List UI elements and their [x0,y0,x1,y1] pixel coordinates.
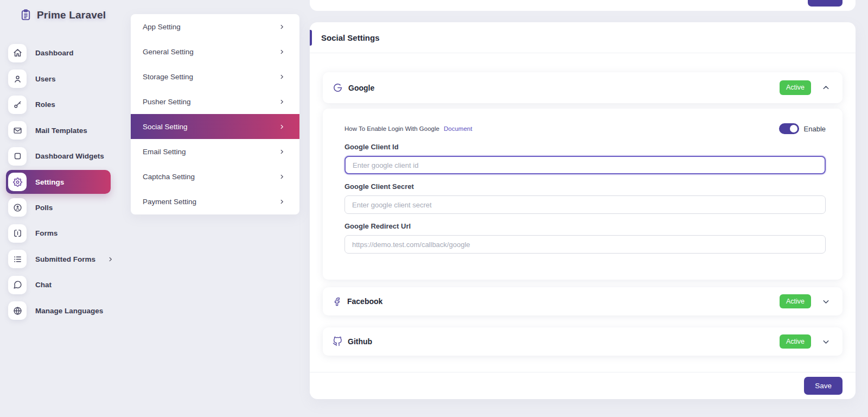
submenu-item-captcha-setting[interactable]: Captcha Setting [131,165,299,189]
google-client-id-label: Google Client Id [344,143,826,151]
brand-name: Prime Laravel [37,9,106,21]
google-client-secret-input[interactable] [344,195,826,214]
google-help-text: How To Enable Login With Google [344,125,439,132]
user-icon [8,70,27,88]
status-badge: Active [780,294,811,309]
list-icon [8,250,27,268]
status-badge: Active [780,334,811,349]
document-link[interactable]: Document [444,125,472,132]
chevron-right-icon [279,49,285,55]
google-client-id-input[interactable] [344,156,826,174]
home-icon [8,44,27,62]
form-footer: Save [310,372,856,399]
sidebar-item-forms[interactable]: Forms [6,220,111,247]
social-settings-card: Social Settings Google Active How To Ena… [310,22,856,399]
settings-submenu: App Setting General Setting Storage Sett… [131,14,299,214]
globe-icon [8,301,27,320]
chevron-right-icon [279,74,285,80]
chevron-right-icon [279,124,285,130]
sidebar-nav: Dashboard Users Roles Mail Templates Das… [0,40,117,324]
sidebar-item-dashboard[interactable]: Dashboard [6,40,111,66]
chevron-right-icon [279,174,285,180]
brand[interactable]: Prime Laravel [20,9,106,21]
gear-icon [8,173,27,191]
chevron-right-icon [279,199,285,205]
submenu-item-payment-setting[interactable]: Payment Setting [131,189,299,214]
poll-icon [8,198,27,217]
mail-icon [8,121,27,140]
submenu-item-pusher-setting[interactable]: Pusher Setting [131,89,299,114]
google-client-secret-label: Google Client Secret [344,182,826,191]
chat-icon [8,276,27,294]
enable-toggle[interactable] [779,123,799,134]
sidebar-item-dashboard-widgets[interactable]: Dashboard Widgets [6,143,111,169]
toggle-knob [790,125,797,132]
google-redirect-url-input[interactable] [344,235,826,254]
google-settings-panel: How To Enable Login With Google Document… [323,109,843,280]
widget-icon [8,147,27,166]
submenu-item-email-setting[interactable]: Email Setting [131,139,299,164]
chevron-right-icon [279,99,285,105]
sidebar-item-roles[interactable]: Roles [6,92,111,118]
clipboard-icon [20,9,32,21]
chevron-right-icon [279,24,285,30]
google-icon [333,83,343,93]
key-icon [8,96,27,114]
submenu-item-social-setting[interactable]: Social Setting [131,114,299,139]
sidebar-item-submitted-forms[interactable]: Submitted Forms [6,247,111,273]
facebook-icon [333,297,342,306]
sidebar-item-users[interactable]: Users [6,66,111,92]
submenu-item-general-setting[interactable]: General Setting [131,39,299,64]
status-badge: Active [780,80,811,95]
social-settings-header: Social Settings [310,22,856,53]
chevron-up-icon [821,83,831,92]
partial-save-button[interactable] [808,0,843,7]
submenu-item-storage-setting[interactable]: Storage Setting [131,64,299,89]
sidebar-item-settings[interactable]: Settings [6,170,111,194]
page-title: Social Settings [321,33,380,42]
accent-bar [310,30,312,46]
chevron-right-icon [107,256,113,262]
sidebar-item-manage-languages[interactable]: Manage Languages [6,298,111,324]
accordion-header-github[interactable]: Github Active [323,327,843,356]
sidebar-item-polls[interactable]: Polls [6,195,111,221]
chevron-down-icon [821,337,831,346]
sidebar: Prime Laravel Dashboard Users Roles Mail… [0,0,117,417]
form-icon [8,224,27,243]
accordion-header-google[interactable]: Google Active [323,72,843,103]
chevron-down-icon [821,297,831,306]
accordion-header-facebook[interactable]: Facebook Active [323,287,843,315]
google-redirect-url-label: Google Redirect Url [344,222,826,230]
enable-label: Enable [804,125,826,133]
submenu-item-app-setting[interactable]: App Setting [131,14,299,39]
sidebar-item-chat[interactable]: Chat [6,272,111,298]
social-settings-body: Google Active How To Enable Login With G… [310,53,856,356]
google-help-row: How To Enable Login With Google Document… [344,123,826,135]
github-icon [333,337,342,346]
chevron-right-icon [279,149,285,155]
sidebar-item-mail-templates[interactable]: Mail Templates [6,118,111,144]
previous-section-card [310,0,856,11]
save-button[interactable]: Save [804,377,843,395]
